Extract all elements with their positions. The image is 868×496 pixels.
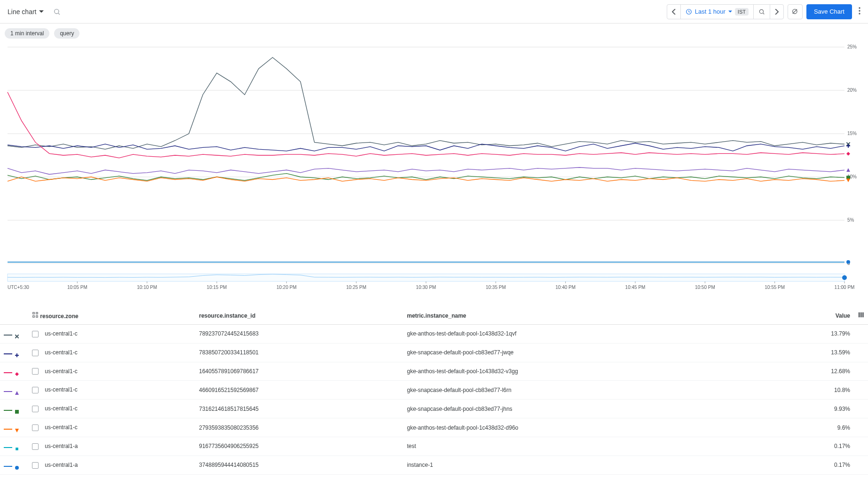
legend-header-instance-name[interactable]: metric.instance_name: [403, 307, 771, 325]
search-icon[interactable]: [53, 8, 61, 16]
legend-zone-text: us-central1-c: [45, 424, 77, 431]
legend-checkbox[interactable]: [32, 387, 39, 393]
legend-value: 13.59%: [771, 343, 854, 362]
legend-checkbox[interactable]: [32, 350, 39, 356]
legend-instance-id: 9167735604906255925: [195, 437, 403, 456]
svg-text:25%: 25%: [847, 44, 857, 49]
legend-header-marker: [0, 307, 28, 325]
legend-header-zone-label: resource.zone: [40, 313, 78, 320]
svg-point-7: [859, 7, 860, 8]
legend-zone-text: us-central1-c: [45, 386, 77, 393]
svg-text:10:50 PM: 10:50 PM: [695, 285, 715, 290]
legend-checkbox[interactable]: [32, 406, 39, 412]
svg-text:15%: 15%: [847, 131, 857, 136]
legend-instance-name: gke-snapcase-default-pool-cb83ed77-jwqe: [403, 343, 771, 362]
svg-text:UTC+5:30: UTC+5:30: [8, 285, 29, 290]
svg-rect-58: [862, 312, 864, 318]
more-options-button[interactable]: [856, 7, 863, 16]
svg-rect-57: [860, 312, 862, 318]
columns-icon: [858, 312, 864, 318]
time-range-label: Last 1 hour: [695, 8, 726, 15]
legend-zone-text: us-central1-c: [45, 330, 77, 337]
search-icon: [758, 8, 765, 15]
legend-marker: [0, 343, 28, 362]
legend-marker: [0, 381, 28, 400]
time-range-picker[interactable]: Last 1 hour IST: [681, 5, 754, 19]
legend-header-value[interactable]: Value: [771, 307, 854, 325]
legend-zone-text: us-central1-c: [45, 349, 77, 356]
legend-header-row: resource.zone resource.instance_id metri…: [0, 307, 868, 325]
svg-text:20%: 20%: [847, 88, 857, 93]
legend-checkbox[interactable]: [32, 424, 39, 431]
toolbar-right: Last 1 hour IST Save Chart: [667, 4, 863, 19]
legend-zone: us-central1-c: [28, 400, 195, 418]
svg-rect-56: [859, 312, 860, 318]
legend-instance-id: 1640557891069786617: [195, 362, 403, 381]
chevron-down-icon: [728, 10, 732, 13]
legend-row[interactable]: us-central1-c 1640557891069786617 gke-an…: [0, 362, 868, 381]
svg-rect-60: [16, 448, 18, 451]
legend-row[interactable]: us-central1-a 3748895944414080515 instan…: [0, 456, 868, 474]
legend-checkbox[interactable]: [32, 443, 39, 450]
svg-text:10:05 PM: 10:05 PM: [67, 285, 87, 290]
legend-instance-id: 7838507200334118501: [195, 343, 403, 362]
legend-table: resource.zone resource.instance_id metri…: [0, 307, 868, 475]
legend-instance-name: gke-snapcase-default-pool-cb83ed77-jhns: [403, 400, 771, 418]
svg-text:10:15 PM: 10:15 PM: [207, 285, 227, 290]
chevron-down-icon: [39, 10, 44, 13]
legend-value: 0.17%: [771, 437, 854, 456]
legend-zone: us-central1-c: [28, 362, 195, 381]
line-chart[interactable]: 05%10%15%20%25%10:05 PM10:10 PM10:15 PM1…: [5, 43, 863, 307]
legend-marker: [0, 456, 28, 474]
legend-zone-text: us-central1-a: [45, 462, 78, 468]
pill-interval[interactable]: 1 min interval: [5, 28, 49, 39]
chart-type-dropdown[interactable]: Line chart: [5, 6, 47, 17]
svg-text:10:40 PM: 10:40 PM: [555, 285, 576, 290]
legend-zone: us-central1-c: [28, 343, 195, 362]
legend-checkbox[interactable]: [32, 368, 39, 375]
svg-text:10:45 PM: 10:45 PM: [625, 285, 646, 290]
legend-zone: us-central1-c: [28, 381, 195, 400]
legend-value: 10.8%: [771, 381, 854, 400]
kebab-icon: [859, 7, 860, 15]
legend-row[interactable]: us-central1-c 7838507200334118501 gke-sn…: [0, 343, 868, 362]
columns-picker-button[interactable]: [854, 307, 868, 325]
save-chart-button[interactable]: Save Chart: [806, 4, 852, 19]
chart-area: 05%10%15%20%25%10:05 PM10:10 PM10:15 PM1…: [0, 43, 868, 307]
svg-text:10:20 PM: 10:20 PM: [276, 285, 297, 290]
toolbar-left: Line chart: [5, 6, 61, 17]
time-prev-button[interactable]: [667, 5, 681, 19]
legend-zone: us-central1-c: [28, 418, 195, 437]
legend-row[interactable]: us-central1-c 7316214618517815645 gke-sn…: [0, 400, 868, 418]
legend-instance-id: 2793593835080235356: [195, 418, 403, 437]
svg-text:10:30 PM: 10:30 PM: [416, 285, 436, 290]
legend-instance-name: gke-anthos-test-default-pool-1c438d32-d9…: [403, 418, 771, 437]
legend-header-zone[interactable]: resource.zone: [28, 307, 195, 325]
legend-zone-text: us-central1-a: [45, 443, 78, 449]
reset-zoom-button[interactable]: [788, 4, 803, 19]
toolbar: Line chart Last 1 hour IST: [0, 0, 868, 24]
legend-row[interactable]: us-central1-c 7892370724452415683 gke-an…: [0, 325, 868, 344]
svg-point-24: [846, 260, 850, 264]
legend-instance-name: gke-snapcase-default-pool-cb83ed77-l6rn: [403, 381, 771, 400]
svg-point-9: [859, 13, 860, 14]
legend-row[interactable]: us-central1-c 4660916521592569867 gke-sn…: [0, 381, 868, 400]
svg-rect-54: [33, 316, 35, 318]
timezone-chip[interactable]: IST: [735, 8, 749, 16]
zoom-button[interactable]: [754, 5, 770, 19]
svg-rect-53: [36, 312, 38, 314]
time-next-button[interactable]: [770, 5, 783, 19]
reset-icon: [791, 8, 799, 16]
svg-text:10:10 PM: 10:10 PM: [137, 285, 157, 290]
legend-zone-text: us-central1-c: [45, 368, 77, 375]
legend-header-instance-id[interactable]: resource.instance_id: [195, 307, 403, 325]
legend-row[interactable]: us-central1-c 2793593835080235356 gke-an…: [0, 418, 868, 437]
pills-row: 1 min interval query: [0, 24, 868, 43]
svg-point-3: [759, 9, 763, 13]
legend-marker: [0, 400, 28, 418]
legend-instance-id: 4660916521592569867: [195, 381, 403, 400]
legend-checkbox[interactable]: [32, 462, 39, 469]
legend-row[interactable]: us-central1-a 9167735604906255925 test 0…: [0, 437, 868, 456]
legend-checkbox[interactable]: [32, 331, 39, 337]
pill-query[interactable]: query: [54, 28, 79, 39]
